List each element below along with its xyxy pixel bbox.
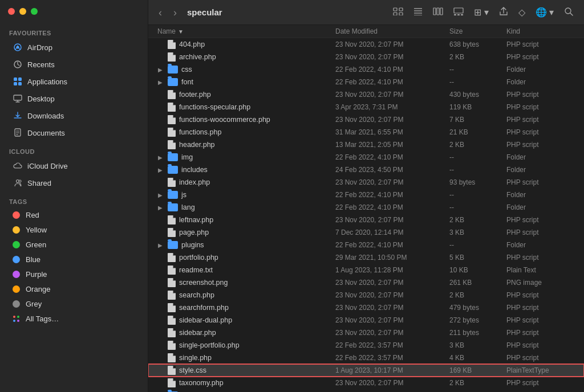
table-row[interactable]: header.php 13 Mar 2021, 2:05 PM 2 KB PHP…: [148, 138, 584, 151]
table-row[interactable]: ▶ css 22 Feb 2022, 4:10 PM -- Folder: [148, 63, 584, 76]
expand-arrow[interactable]: ▶: [157, 242, 163, 248]
expand-arrow[interactable]: ▶: [157, 192, 163, 198]
table-row[interactable]: ▶ lang 22 Feb 2022, 4:10 PM -- Folder: [148, 201, 584, 214]
file-date: 3 Apr 2023, 7:31 PM: [335, 103, 449, 111]
sidebar-item-applications[interactable]: Applications: [3, 74, 144, 89]
table-row[interactable]: archive.php 23 Nov 2020, 2:07 PM 2 KB PH…: [148, 51, 584, 63]
table-row[interactable]: sidebar-dual.php 23 Nov 2020, 2:07 PM 27…: [148, 314, 584, 326]
svg-point-11: [13, 316, 15, 318]
svg-rect-6: [18, 82, 22, 85]
more-btn[interactable]: 🌐 ▾: [532, 5, 558, 20]
file-name: functions-woocommerce.php: [179, 116, 270, 124]
table-row[interactable]: style.css 1 Aug 2023, 10:17 PM 169 KB Pl…: [148, 364, 584, 377]
table-row[interactable]: taxonomy.php 23 Nov 2020, 2:07 PM 2 KB P…: [148, 377, 584, 389]
file-kind: Folder: [506, 241, 575, 249]
table-row[interactable]: single.php 22 Feb 2022, 3:57 PM 4 KB PHP…: [148, 352, 584, 364]
table-row[interactable]: ▶ js 22 Feb 2022, 4:10 PM -- Folder: [148, 189, 584, 201]
size-column-header[interactable]: Size: [449, 27, 506, 35]
svg-rect-4: [18, 77, 22, 81]
icon-view-btn[interactable]: [389, 5, 407, 20]
table-row[interactable]: ▶ img 22 Feb 2022, 4:10 PM -- Folder: [148, 151, 584, 164]
gallery-view-btn[interactable]: [449, 5, 468, 20]
name-column-header[interactable]: Name ▼: [157, 27, 335, 35]
back-button[interactable]: ‹: [155, 5, 165, 20]
file-icon: [168, 178, 176, 187]
expand-arrow[interactable]: ▶: [157, 67, 163, 73]
file-date: 23 Nov 2020, 2:07 PM: [335, 329, 449, 337]
date-column-header[interactable]: Date Modified: [335, 27, 449, 35]
expand-arrow[interactable]: ▶: [157, 167, 163, 173]
table-row[interactable]: readme.txt 1 Aug 2023, 11:28 PM 10 KB Pl…: [148, 264, 584, 276]
table-row[interactable]: index.php 23 Nov 2020, 2:07 PM 93 bytes …: [148, 176, 584, 189]
list-view-btn[interactable]: [409, 5, 427, 20]
table-row[interactable]: ▶ plugins 22 Feb 2022, 4:10 PM -- Folder: [148, 239, 584, 251]
sidebar-item-documents[interactable]: Documents: [3, 125, 144, 141]
file-name: js: [181, 191, 186, 199]
table-row[interactable]: ▶ font 22 Feb 2022, 4:10 PM -- Folder: [148, 76, 584, 88]
table-row[interactable]: ▶ includes 24 Feb 2023, 4:50 PM -- Folde…: [148, 164, 584, 176]
sidebar-item-desktop[interactable]: Desktop: [3, 91, 144, 107]
group-view-btn[interactable]: ⊞ ▾: [470, 5, 492, 20]
airdrop-icon: [13, 42, 23, 52]
kind-column-header[interactable]: Kind: [506, 27, 575, 35]
file-name: header.php: [179, 141, 215, 149]
file-name: img: [181, 153, 193, 161]
sidebar-item-tag-red[interactable]: Red: [3, 208, 144, 222]
file-date: 1 Aug 2023, 10:17 PM: [335, 366, 449, 374]
file-name: footer.php: [179, 91, 211, 99]
minimize-button[interactable]: [19, 8, 26, 15]
table-row[interactable]: functions.php 31 Mar 2021, 6:55 PM 21 KB…: [148, 126, 584, 138]
sidebar-item-recents[interactable]: Recents: [3, 56, 144, 72]
forward-button[interactable]: ›: [170, 5, 180, 20]
close-button[interactable]: [8, 8, 15, 15]
sidebar-item-tag-orange[interactable]: Orange: [3, 282, 144, 296]
file-kind: PHP script: [506, 254, 575, 262]
sidebar-item-tag-all[interactable]: All Tags…: [3, 312, 144, 326]
file-size: 169 KB: [449, 366, 506, 374]
file-icon: [168, 303, 176, 312]
file-kind: Folder: [506, 78, 575, 86]
maximize-button[interactable]: [31, 8, 38, 15]
svg-rect-15: [394, 8, 397, 11]
table-row[interactable]: portfolio.php 29 Mar 2021, 10:50 PM 5 KB…: [148, 251, 584, 264]
table-row[interactable]: searchform.php 23 Nov 2020, 2:07 PM 479 …: [148, 301, 584, 314]
sidebar-item-tag-grey[interactable]: Grey: [3, 297, 144, 311]
table-row[interactable]: search.php 23 Nov 2020, 2:07 PM 2 KB PHP…: [148, 289, 584, 301]
table-row[interactable]: ▶ woocommerce 1 Aug 2023, 11:07 PM -- Fo…: [148, 389, 584, 392]
toolbar-view-icons: ⊞ ▾ ◇ 🌐 ▾: [389, 5, 577, 21]
expand-arrow[interactable]: ▶: [157, 154, 163, 161]
sidebar-item-tag-yellow[interactable]: Yellow: [3, 223, 144, 237]
table-row[interactable]: screenshot.png 23 Nov 2020, 2:07 PM 261 …: [148, 276, 584, 289]
table-row[interactable]: single-portfolio.php 22 Feb 2022, 3:57 P…: [148, 339, 584, 352]
file-name-cell: leftnav.php: [157, 215, 335, 224]
file-kind: PHP script: [506, 304, 575, 312]
file-date: 23 Nov 2020, 2:07 PM: [335, 216, 449, 224]
sidebar-item-tag-purple[interactable]: Purple: [3, 267, 144, 281]
sidebar-item-downloads[interactable]: Downloads: [3, 108, 144, 124]
sidebar-item-shared[interactable]: Shared: [3, 175, 144, 191]
tag-btn[interactable]: ◇: [514, 5, 529, 20]
sidebar-item-icloud-drive[interactable]: iCloud Drive: [3, 158, 144, 174]
search-btn[interactable]: [560, 5, 577, 21]
airdrop-label: AirDrop: [27, 43, 52, 52]
table-row[interactable]: 404.php 23 Nov 2020, 2:07 PM 638 bytes P…: [148, 38, 584, 51]
expand-arrow[interactable]: ▶: [157, 79, 163, 85]
table-row[interactable]: footer.php 23 Nov 2020, 2:07 PM 430 byte…: [148, 88, 584, 101]
table-row[interactable]: sidebar.php 23 Nov 2020, 2:07 PM 211 byt…: [148, 326, 584, 339]
file-date: 23 Nov 2020, 2:07 PM: [335, 91, 449, 99]
sidebar-item-tag-green[interactable]: Green: [3, 238, 144, 252]
share-btn[interactable]: [495, 5, 512, 21]
file-date: 22 Feb 2022, 4:10 PM: [335, 203, 449, 211]
table-row[interactable]: functions-specular.php 3 Apr 2023, 7:31 …: [148, 101, 584, 113]
table-row[interactable]: page.php 7 Dec 2020, 12:14 PM 3 KB PHP s…: [148, 226, 584, 239]
recents-icon: [13, 59, 23, 70]
tag-dot-tag-yellow: [13, 226, 20, 234]
table-row[interactable]: leftnav.php 23 Nov 2020, 2:07 PM 2 KB PH…: [148, 214, 584, 226]
file-list[interactable]: 404.php 23 Nov 2020, 2:07 PM 638 bytes P…: [148, 38, 584, 392]
sidebar-item-airdrop[interactable]: AirDrop: [3, 39, 144, 55]
column-view-btn[interactable]: [429, 5, 447, 20]
table-row[interactable]: functions-woocommerce.php 23 Nov 2020, 2…: [148, 113, 584, 126]
file-name: readme.txt: [179, 266, 213, 274]
sidebar-item-tag-blue[interactable]: Blue: [3, 252, 144, 267]
expand-arrow[interactable]: ▶: [157, 205, 163, 211]
